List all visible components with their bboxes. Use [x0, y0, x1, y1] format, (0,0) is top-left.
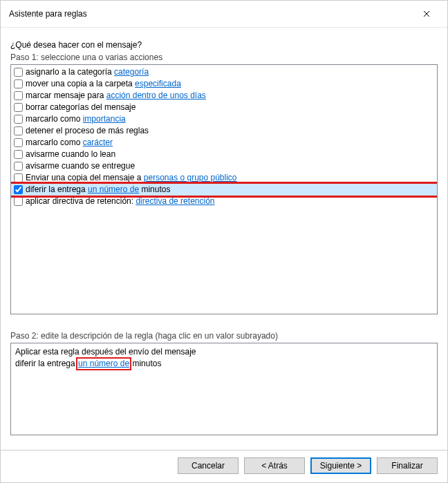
action-text: Enviar una copia del mensaje a personas …: [26, 172, 237, 184]
action-row[interactable]: asignarlo a la categoría categoría: [11, 66, 437, 78]
action-row[interactable]: avisarme cuando lo lean: [11, 149, 437, 160]
action-checkbox[interactable]: [14, 103, 23, 112]
dialog-body: ¿Qué desea hacer con el mensaje? Paso 1:…: [1, 28, 447, 450]
action-text: marcarlo como importancia: [26, 113, 126, 125]
action-checkbox[interactable]: [14, 91, 23, 100]
finish-button[interactable]: Finalizar: [377, 457, 438, 474]
action-row[interactable]: avisarme cuando se entregue: [11, 160, 437, 172]
action-row[interactable]: mover una copia a la carpeta especificad…: [11, 78, 437, 90]
action-checkbox[interactable]: [14, 173, 23, 182]
titlebar: Asistente para reglas: [1, 1, 447, 28]
desc-minutes-link[interactable]: un número de: [77, 359, 130, 369]
action-row[interactable]: Enviar una copia del mensaje a personas …: [11, 172, 437, 184]
action-text: avisarme cuando lo lean: [26, 149, 115, 160]
action-value-link[interactable]: carácter: [83, 138, 113, 147]
action-list[interactable]: asignarlo a la categoría categoríamover …: [10, 64, 438, 314]
action-text: avisarme cuando se entregue: [26, 160, 135, 172]
action-text: marcar mensaje para acción dentro de uno…: [26, 90, 206, 102]
action-text: diferir la entrega un número de minutos: [26, 184, 170, 196]
next-button[interactable]: Siguiente >: [310, 457, 371, 474]
action-row[interactable]: aplicar directiva de retención: directiv…: [11, 196, 437, 207]
desc-line2: diferir la entrega un número de minutos: [15, 358, 433, 370]
action-value-link[interactable]: categoría: [114, 67, 149, 77]
action-checkbox[interactable]: [14, 126, 23, 135]
action-text: mover una copia a la carpeta especificad…: [26, 78, 181, 90]
action-text: detener el proceso de más reglas: [26, 125, 149, 137]
rule-description-box: Aplicar esta regla después del envío del…: [10, 343, 438, 435]
action-value-link[interactable]: especificada: [135, 79, 181, 88]
action-value-link[interactable]: importancia: [83, 114, 126, 124]
action-checkbox[interactable]: [14, 115, 23, 124]
action-row[interactable]: detener el proceso de más reglas: [11, 125, 437, 137]
action-checkbox[interactable]: [14, 138, 23, 147]
cancel-button[interactable]: Cancelar: [178, 457, 239, 474]
action-text: aplicar directiva de retención: directiv…: [26, 196, 215, 207]
question-text: ¿Qué desea hacer con el mensaje?: [10, 40, 438, 50]
window-title: Asistente para reglas: [9, 9, 87, 19]
action-checkbox[interactable]: [14, 79, 23, 88]
action-checkbox[interactable]: [14, 68, 23, 77]
action-checkbox[interactable]: [14, 185, 23, 194]
back-button[interactable]: < Atrás: [244, 457, 305, 474]
action-checkbox[interactable]: [14, 162, 23, 171]
desc-line1: Aplicar esta regla después del envío del…: [15, 346, 433, 358]
close-icon: [423, 10, 430, 17]
action-checkbox[interactable]: [14, 150, 23, 159]
close-button[interactable]: [413, 5, 440, 23]
action-text: marcarlo como carácter: [26, 137, 113, 149]
action-value-link[interactable]: personas o grupo público: [144, 173, 237, 182]
footer-buttons: Cancelar < Atrás Siguiente > Finalizar: [1, 450, 447, 482]
action-value-link[interactable]: acción dentro de unos días: [106, 91, 206, 100]
step1-label: Paso 1: seleccione una o varias acciones: [10, 53, 438, 62]
action-text: borrar categorías del mensaje: [26, 102, 136, 113]
action-checkbox[interactable]: [14, 197, 23, 206]
action-row[interactable]: diferir la entrega un número de minutos: [11, 184, 437, 196]
action-row[interactable]: marcarlo como carácter: [11, 137, 437, 149]
action-text: asignarlo a la categoría categoría: [26, 66, 149, 78]
action-row[interactable]: borrar categorías del mensaje: [11, 102, 437, 113]
action-value-link[interactable]: un número de: [88, 184, 139, 194]
step2-label: Paso 2: edite la descripción de la regla…: [10, 331, 438, 341]
action-row[interactable]: marcar mensaje para acción dentro de uno…: [11, 90, 437, 102]
action-row[interactable]: marcarlo como importancia: [11, 113, 437, 125]
action-value-link[interactable]: directiva de retención: [136, 196, 214, 206]
